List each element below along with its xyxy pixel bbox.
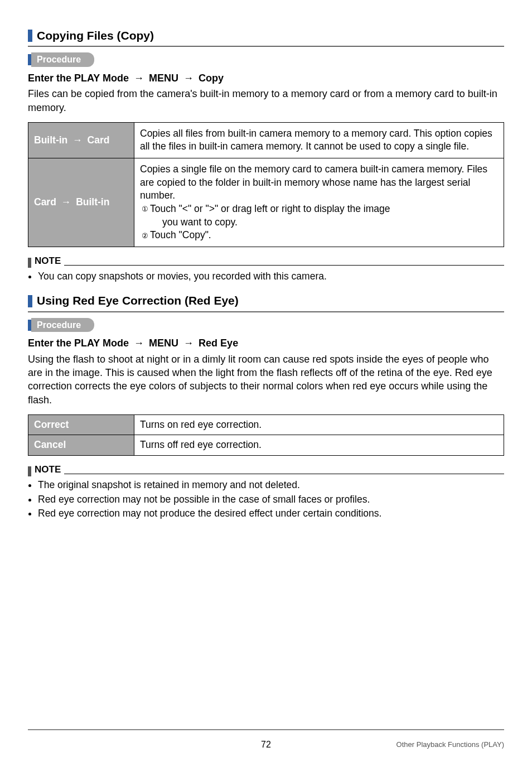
- note-accent-bar: [28, 466, 31, 476]
- label-a: Built-in: [34, 134, 67, 146]
- desc-line: Copies a single file on the memory card …: [140, 163, 487, 201]
- step-number-icon: ①: [140, 204, 150, 214]
- label-a: Card: [34, 196, 56, 208]
- page: Copying Files (Copy) Procedure Enter the…: [0, 0, 532, 757]
- list-item: Red eye correction may not produce the d…: [38, 507, 504, 520]
- section-title: Copying Files (Copy): [37, 28, 154, 44]
- label-b: Built-in: [76, 196, 109, 208]
- footer-rule: [28, 729, 504, 730]
- page-number: 72: [261, 739, 271, 751]
- list-item: You can copy snapshots or movies, you re…: [38, 270, 504, 283]
- heading-accent-bar: [28, 30, 32, 42]
- table-row: Correct Turns on red eye correction.: [28, 414, 504, 435]
- arrow-icon: →: [134, 71, 144, 85]
- subhead-part: Copy: [199, 73, 224, 84]
- note-list: The original snapshot is retained in mem…: [28, 479, 504, 520]
- arrow-icon: →: [72, 134, 83, 147]
- row-desc: Copies all files from built-in camera me…: [134, 122, 504, 158]
- table-row: Card → Built-in Copies a single file on …: [28, 158, 504, 247]
- arrow-icon: →: [61, 196, 71, 209]
- procedure-pill: Procedure: [31, 318, 94, 332]
- procedure-pill: Procedure: [31, 52, 94, 67]
- subhead-part: Enter the PLAY Mode: [28, 73, 129, 84]
- note-label: NOTE: [35, 255, 61, 268]
- redeye-subhead: Enter the PLAY Mode → MENU → Red Eye: [28, 336, 504, 350]
- note-rule: [64, 260, 504, 266]
- label-b: Card: [88, 134, 110, 146]
- table-row: Built-in → Card Copies all files from bu…: [28, 122, 504, 158]
- step-text: Touch "Copy".: [150, 229, 211, 240]
- row-label: Correct: [28, 414, 134, 435]
- footer-section-label: Other Playback Functions (PLAY): [396, 740, 504, 750]
- list-item: The original snapshot is retained in mem…: [38, 479, 504, 492]
- subhead-part: Enter the PLAY Mode: [28, 337, 129, 349]
- arrow-icon: →: [183, 336, 194, 350]
- subhead-part: Red Eye: [199, 337, 238, 349]
- note-accent-bar: [28, 258, 31, 268]
- arrow-icon: →: [134, 336, 144, 350]
- step-text: Touch "<" or ">" or drag left or right t…: [150, 203, 390, 214]
- copy-table: Built-in → Card Copies all files from bu…: [28, 122, 504, 247]
- copy-intro: Files can be copied from the camera's bu…: [28, 87, 504, 114]
- section-title: Using Red Eye Correction (Red Eye): [37, 293, 239, 308]
- row-desc: Turns on red eye correction.: [134, 414, 504, 435]
- copy-subhead: Enter the PLAY Mode → MENU → Copy: [28, 71, 504, 85]
- procedure-label-row: Procedure: [28, 52, 504, 67]
- subhead-part: MENU: [149, 73, 178, 84]
- list-item: Red eye correction may not be possible i…: [38, 493, 504, 507]
- arrow-icon: →: [183, 71, 194, 85]
- step-number-icon: ②: [140, 231, 150, 241]
- note-heading: NOTE: [28, 464, 504, 476]
- procedure-label-row: Procedure: [28, 318, 504, 332]
- note-list: You can copy snapshots or movies, you re…: [28, 270, 504, 283]
- row-desc: Copies a single file on the memory card …: [134, 158, 504, 247]
- note-heading: NOTE: [28, 255, 504, 268]
- section-heading-redeye: Using Red Eye Correction (Red Eye): [28, 293, 504, 312]
- step-text-cont: you want to copy.: [140, 216, 498, 229]
- heading-accent-bar: [28, 295, 32, 307]
- row-label: Card → Built-in: [28, 158, 134, 247]
- row-label: Built-in → Card: [28, 122, 134, 158]
- note-rule: [64, 469, 504, 474]
- row-label: Cancel: [28, 435, 134, 456]
- redeye-table: Correct Turns on red eye correction. Can…: [28, 414, 504, 456]
- subhead-part: MENU: [149, 337, 178, 349]
- row-desc: Turns off red eye correction.: [134, 435, 504, 456]
- redeye-intro: Using the flash to shoot at night or in …: [28, 353, 504, 407]
- section-heading-copy: Copying Files (Copy): [28, 28, 504, 47]
- note-label: NOTE: [35, 464, 61, 476]
- table-row: Cancel Turns off red eye correction.: [28, 435, 504, 456]
